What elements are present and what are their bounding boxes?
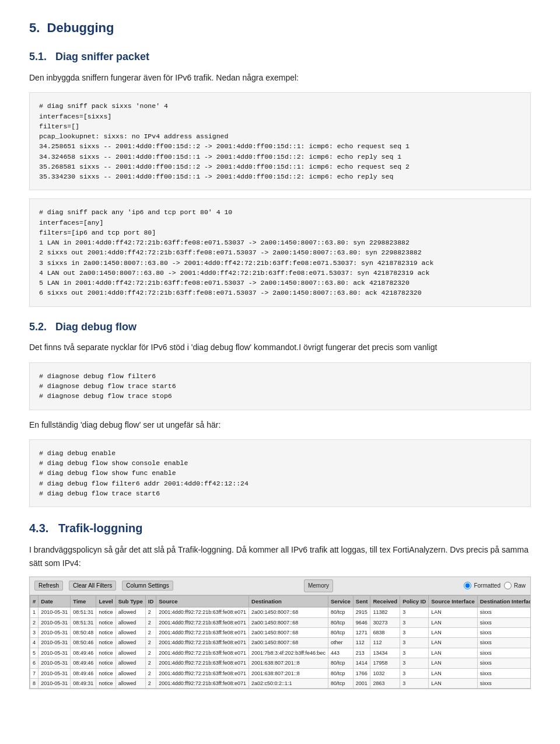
subsection-5-1: 5.1. Diag sniffer packet Den inbyggda sn… — [29, 48, 531, 306]
table-cell: 1414 — [353, 658, 370, 668]
table-cell: 1 — [30, 607, 38, 617]
table-cell: 3 — [400, 668, 429, 678]
formatted-radio[interactable]: Formatted — [464, 581, 501, 591]
table-cell: allowed — [116, 627, 145, 637]
view-toggle: Formatted Raw — [464, 581, 526, 591]
table-cell: 6 — [30, 658, 38, 668]
table-cell: notice — [96, 648, 116, 658]
table-cell: 80/tcp — [328, 678, 354, 688]
table-cell: 2001:4dd0:ff92:72:21b:63ff:fe08:e071 — [156, 678, 249, 688]
table-cell: 2001:4dd0:ff92:72:21b:63ff:fe08:e071 — [156, 638, 249, 648]
table-cell: allowed — [116, 617, 145, 627]
table-cell: 2 — [145, 617, 156, 627]
raw-label: Raw — [514, 581, 526, 591]
table-cell: 2001:4dd0:ff92:72:21b:63ff:fe08:e071 — [156, 648, 249, 658]
table-cell: 2010-05-31 — [38, 638, 71, 648]
section-4-3-title: 4.3. Trafik-loggning — [29, 519, 531, 537]
column-settings-button[interactable]: Column Settings — [122, 581, 173, 591]
table-cell: 80/tcp — [328, 658, 354, 668]
table-cell: 3 — [400, 658, 429, 668]
table-row: 32010-05-3108:50:48noticeallowed22001:4d… — [30, 627, 531, 637]
table-cell: 2915 — [353, 607, 370, 617]
table-cell: sixxs — [477, 627, 531, 637]
table-cell: 17958 — [370, 658, 400, 668]
column-header: Received — [370, 595, 400, 607]
table-cell: notice — [96, 678, 116, 688]
table-cell: 2a00:1450:8007::68 — [249, 607, 328, 617]
table-cell: 2a02:c50:0:2::1:1 — [249, 678, 328, 688]
formatted-label: Formatted — [474, 581, 501, 591]
table-cell: 5 — [30, 648, 38, 658]
table-cell: 2001 — [353, 678, 370, 688]
table-cell: notice — [96, 638, 116, 648]
raw-radio[interactable]: Raw — [504, 581, 526, 591]
subsection-5-2: 5.2. Diag debug flow Det finns två separ… — [29, 319, 531, 508]
table-cell: 1271 — [353, 627, 370, 637]
table-cell: 2863 — [370, 678, 400, 688]
table-cell: 2001:4dd0:ff92:72:21b:63ff:fe08:e071 — [156, 627, 249, 637]
table-cell: LAN — [429, 627, 477, 637]
table-cell: 213 — [353, 648, 370, 658]
table-cell: 443 — [328, 648, 354, 658]
header-row: #DateTimeLevelSub TypeIDSourceDestinatio… — [30, 595, 531, 607]
subsection-5-2-title: 5.2. Diag debug flow — [29, 319, 531, 336]
code-block-4: # diag debug enable # diag debug flow sh… — [29, 439, 531, 507]
column-header: Date — [38, 595, 71, 607]
table-cell: 80/tcp — [328, 668, 354, 678]
column-header: Source Interface — [429, 595, 477, 607]
table-row: 12010-05-3108:51:31noticeallowed22001:4d… — [30, 607, 531, 617]
table-cell: notice — [96, 668, 116, 678]
table-cell: 3 — [400, 617, 429, 627]
table-cell: 2001:4dd0:ff92:72:21b:63ff:fe08:e071 — [156, 617, 249, 627]
table-cell: 2001:4dd0:ff92:72:21b:63ff:fe08:e071 — [156, 607, 249, 617]
main-content: 5. Debugging 5.1. Diag sniffer packet De… — [29, 18, 531, 689]
column-header: ID — [145, 595, 156, 607]
table-cell: 2 — [145, 658, 156, 668]
table-cell: 80/tcp — [328, 617, 354, 627]
table-cell: 2 — [145, 678, 156, 688]
table-cell: 3 — [400, 648, 429, 658]
code-block-3: # diagnose debug flow filter6 # diagnose… — [29, 362, 531, 410]
table-cell: notice — [96, 607, 116, 617]
subsection-5-2-intro: Det finns två separate nycklar för IPv6 … — [29, 341, 531, 354]
refresh-button[interactable]: Refresh — [34, 581, 63, 591]
column-header: Level — [96, 595, 116, 607]
table-cell: 2010-05-31 — [38, 617, 71, 627]
table-cell: 1766 — [353, 668, 370, 678]
table-cell: 2010-05-31 — [38, 658, 71, 668]
column-header: Destination — [249, 595, 328, 607]
table-cell: 1032 — [370, 668, 400, 678]
table-cell: LAN — [429, 617, 477, 627]
formatted-radio-input[interactable] — [464, 582, 471, 589]
table-cell: 2a00:1450:8007::68 — [249, 617, 328, 627]
section-4-3-intro: I brandväggspolicyn så går det att slå p… — [29, 543, 531, 570]
table-cell: 2 — [145, 638, 156, 648]
clear-filters-button[interactable]: Clear All Filters — [69, 581, 116, 591]
section-debugging-title: 5. Debugging — [29, 18, 531, 38]
table-cell: 2a00:1450:8007::68 — [249, 627, 328, 637]
table-cell: 08:49:31 — [71, 678, 96, 688]
table-row: 42010-05-3108:50:46noticeallowed22001:4d… — [30, 638, 531, 648]
column-header: Sent — [353, 595, 370, 607]
table-cell: 2010-05-31 — [38, 607, 71, 617]
table-cell: notice — [96, 617, 116, 627]
table-cell: 80/tcp — [328, 627, 354, 637]
memory-badge: Memory — [304, 579, 333, 592]
code-block-1: # diag sniff pack sixxs 'none' 4 interfa… — [29, 92, 531, 190]
table-cell: 08:51:31 — [71, 607, 96, 617]
traffic-table-body: 12010-05-3108:51:31noticeallowed22001:4d… — [30, 607, 531, 689]
column-header: Time — [71, 595, 96, 607]
table-cell: 30273 — [370, 617, 400, 627]
subsection-5-1-intro: Den inbyggda sniffern fungerar även för … — [29, 71, 531, 84]
table-cell: 8 — [30, 678, 38, 688]
table-cell: 2 — [145, 607, 156, 617]
raw-radio-input[interactable] — [504, 582, 512, 589]
table-cell: 08:49:46 — [71, 648, 96, 658]
table-cell: 08:50:48 — [71, 627, 96, 637]
column-header: Source — [156, 595, 249, 607]
table-cell: sixxs — [477, 658, 531, 668]
column-header: Sub Type — [116, 595, 145, 607]
table-cell: 08:49:46 — [71, 658, 96, 668]
table-cell: 13434 — [370, 648, 400, 658]
traffic-log-panel: Refresh Clear All Filters Column Setting… — [29, 577, 531, 689]
